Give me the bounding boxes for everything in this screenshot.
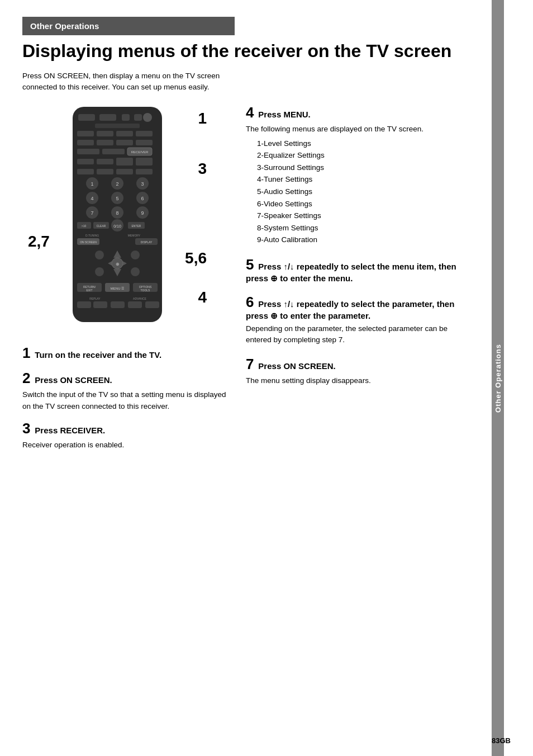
step-6-title: Press ↑/↓ repeatedly to select the param…	[246, 299, 454, 320]
step-4-num: 4	[246, 104, 254, 121]
svg-rect-26	[136, 169, 153, 174]
svg-point-65	[95, 251, 104, 259]
svg-rect-82	[128, 301, 142, 308]
remote-diagram: RECEIVER	[28, 104, 218, 339]
svg-text:ADVANCE: ADVANCE	[133, 297, 146, 300]
svg-text:>10: >10	[82, 224, 87, 228]
svg-text:5: 5	[116, 196, 118, 201]
svg-rect-20	[97, 159, 113, 164]
svg-rect-12	[97, 140, 113, 145]
svg-point-66	[131, 251, 140, 259]
svg-rect-81	[111, 301, 125, 308]
svg-rect-3	[122, 114, 130, 121]
svg-rect-2	[99, 114, 116, 121]
step-7-title: Press ON SCREEN.	[258, 361, 335, 371]
step-6-body: Depending on the parameter, the selected…	[246, 323, 475, 346]
svg-rect-25	[116, 169, 133, 174]
step-1-num: 1	[22, 344, 30, 361]
svg-text:9: 9	[141, 210, 144, 216]
svg-text:ON SCREEN: ON SCREEN	[80, 240, 97, 244]
svg-rect-10	[136, 131, 153, 136]
svg-point-67	[95, 267, 104, 276]
step-7: 7 Press ON SCREEN. The menu setting disp…	[246, 356, 475, 386]
svg-text:MEMORY: MEMORY	[128, 234, 141, 237]
intro-text: Press ON SCREEN, then display a menu on …	[22, 70, 235, 93]
svg-rect-7	[77, 131, 94, 136]
side-tab: Other Operations	[492, 0, 504, 756]
svg-point-68	[131, 267, 140, 276]
menu-item-2: 2-Equalizer Settings	[257, 149, 475, 162]
step-2: 2 Press ON SCREEN. Switch the input of t…	[22, 370, 235, 412]
step-4: 4 Press MENU. The following menus are di…	[246, 104, 475, 246]
step-5-title: Press ↑/↓ repeatedly to select the menu …	[246, 262, 456, 283]
svg-rect-14	[136, 140, 153, 145]
remote-label-5-6: 5,6	[185, 249, 207, 267]
step-3: 3 Press RECEIVER. Receiver operation is …	[22, 420, 235, 451]
svg-text:MENU ☰: MENU ☰	[111, 287, 124, 290]
svg-rect-19	[77, 159, 94, 164]
step-3-num: 3	[22, 420, 30, 437]
remote-label-4: 4	[198, 289, 207, 306]
svg-text:2: 2	[116, 181, 118, 187]
step-2-body: Switch the input of the TV so that a set…	[22, 389, 235, 412]
svg-text:TOOLS: TOOLS	[141, 289, 151, 292]
svg-text:6: 6	[141, 196, 144, 201]
svg-text:7: 7	[91, 210, 93, 216]
step-6: 6 Press ↑/↓ repeatedly to select the par…	[246, 294, 475, 346]
side-tab-label: Other Operations	[494, 344, 502, 413]
step-7-num: 7	[246, 356, 254, 372]
svg-rect-11	[77, 140, 94, 145]
svg-text:DISPLAY: DISPLAY	[141, 240, 153, 244]
remote-label-1: 1	[198, 110, 207, 127]
menu-item-8: 8-System Settings	[257, 222, 475, 234]
svg-text:EXIT: EXIT	[86, 289, 92, 292]
step-3-title: Press RECEIVER.	[35, 426, 105, 435]
step-3-body: Receiver operation is enabled.	[22, 440, 235, 451]
page-title: Displaying menus of the receiver on the …	[22, 41, 475, 62]
step-2-num: 2	[22, 370, 30, 386]
remote-svg: RECEIVER	[61, 104, 173, 328]
step-6-num: 6	[246, 294, 254, 310]
menu-item-3: 3-Surround Settings	[257, 162, 475, 174]
svg-text:3: 3	[141, 181, 144, 187]
remote-label-2-7: 2,7	[28, 233, 50, 251]
step-5: 5 Press ↑/↓ repeatedly to select the men…	[246, 256, 475, 284]
svg-text:REPLAY: REPLAY	[89, 297, 101, 300]
menu-item-1: 1-Level Settings	[257, 138, 475, 150]
svg-text:8: 8	[116, 210, 118, 216]
svg-rect-13	[116, 140, 133, 145]
menu-item-7: 7-Speaker Settings	[257, 210, 475, 222]
svg-rect-80	[93, 301, 107, 308]
menu-item-4: 4-Tuner Settings	[257, 173, 475, 186]
svg-text:RECEIVER: RECEIVER	[131, 150, 149, 154]
step-7-body: The menu setting display disappears.	[246, 375, 475, 386]
step-1: 1 Turn on the receiver and the TV.	[22, 344, 235, 362]
step-4-body: The following menus are displayed on the…	[246, 124, 475, 135]
svg-rect-83	[145, 301, 159, 308]
svg-text:1: 1	[91, 181, 93, 187]
steps-right: 4 Press MENU. The following menus are di…	[246, 104, 475, 459]
svg-rect-6	[95, 124, 140, 128]
svg-text:D.TUNING: D.TUNING	[85, 234, 99, 237]
svg-rect-8	[97, 131, 113, 136]
svg-text:⊕: ⊕	[116, 262, 120, 267]
svg-text:ENTER: ENTER	[132, 224, 141, 228]
svg-text:0/10: 0/10	[113, 224, 121, 228]
svg-rect-21	[116, 158, 133, 166]
svg-text:CLEAR: CLEAR	[97, 224, 106, 228]
step-1-title: Turn on the receiver and the TV.	[35, 350, 161, 360]
svg-rect-4	[134, 114, 142, 121]
svg-rect-79	[77, 301, 91, 308]
steps-left: 1 Turn on the receiver and the TV. 2 Pre…	[22, 344, 235, 451]
menu-list: 1-Level Settings 2-Equalizer Settings 3-…	[257, 138, 475, 246]
step-5-num: 5	[246, 256, 254, 273]
svg-rect-1	[78, 114, 95, 121]
svg-text:4: 4	[91, 196, 93, 201]
svg-rect-15	[77, 149, 99, 154]
other-operations-banner: Other Operations	[22, 17, 235, 35]
svg-point-5	[143, 113, 152, 122]
svg-rect-9	[116, 131, 133, 136]
menu-item-6: 6-Video Settings	[257, 198, 475, 210]
svg-rect-16	[102, 149, 125, 154]
step-4-title: Press MENU.	[258, 110, 310, 119]
